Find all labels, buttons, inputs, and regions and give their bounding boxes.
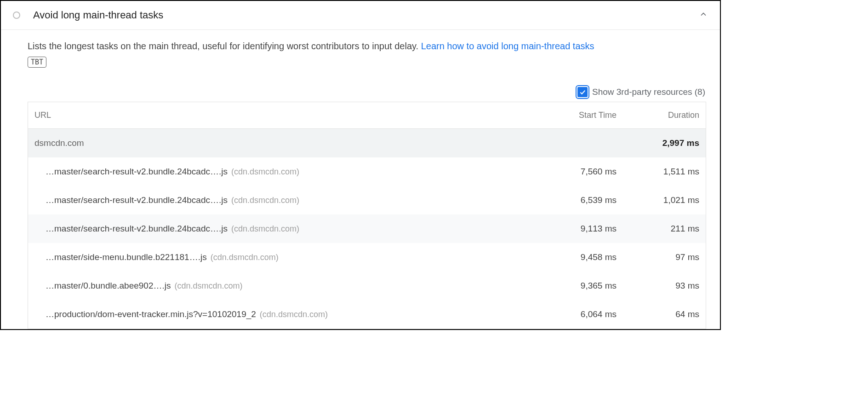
learn-more-link[interactable]: Learn how to avoid long main-thread task…	[421, 41, 594, 51]
row-domain: (cdn.dsmcdn.com)	[175, 281, 243, 290]
audit-description: Lists the longest tasks on the main thre…	[28, 39, 706, 53]
group-start	[534, 138, 617, 148]
row-duration: 97 ms	[617, 252, 699, 262]
status-circle-icon	[13, 12, 20, 19]
row-url: …master/side-menu.bundle.b221181….js(cdn…	[46, 252, 534, 262]
row-domain: (cdn.dsmcdn.com)	[231, 224, 299, 233]
third-party-toggle-label: Show 3rd-party resources (8)	[592, 87, 705, 97]
table-row[interactable]: …master/search-result-v2.bundle.24bcadc……	[28, 186, 706, 214]
row-start-time: 6,064 ms	[534, 309, 617, 319]
row-domain: (cdn.dsmcdn.com)	[231, 167, 299, 176]
table-row[interactable]: …master/search-result-v2.bundle.24bcadc……	[28, 214, 706, 243]
row-start-time: 9,113 ms	[534, 224, 617, 234]
row-url: …master/search-result-v2.bundle.24bcadc……	[46, 167, 534, 177]
third-party-toggle-row: Show 3rd-party resources (8)	[28, 87, 706, 97]
row-url: …master/0.bundle.abee902….js(cdn.dsmcdn.…	[46, 281, 534, 291]
row-domain: (cdn.dsmcdn.com)	[260, 310, 328, 319]
table-row[interactable]: …production/dom-event-tracker.min.js?v=1…	[28, 300, 706, 329]
row-duration: 1,511 ms	[617, 167, 699, 177]
row-url: …master/search-result-v2.bundle.24bcadc……	[46, 195, 534, 205]
column-header-duration: Duration	[617, 110, 699, 120]
group-domain: dsmcdn.com	[34, 138, 534, 148]
audit-header[interactable]: Avoid long main-thread tasks	[1, 1, 720, 30]
row-duration: 1,021 ms	[617, 195, 699, 205]
tasks-table: URL Start Time Duration dsmcdn.com 2,997…	[28, 102, 706, 329]
row-duration: 64 ms	[617, 309, 699, 319]
table-header: URL Start Time Duration	[28, 102, 706, 129]
audit-title: Avoid long main-thread tasks	[33, 9, 699, 21]
row-url: …production/dom-event-tracker.min.js?v=1…	[46, 309, 534, 319]
chevron-up-icon[interactable]	[699, 10, 708, 21]
third-party-checkbox[interactable]	[577, 87, 588, 97]
column-header-url: URL	[34, 110, 534, 120]
row-duration: 93 ms	[617, 281, 699, 291]
table-row[interactable]: …master/search-result-v2.bundle.24bcadc……	[28, 157, 706, 186]
table-row[interactable]: …master/0.bundle.abee902….js(cdn.dsmcdn.…	[28, 272, 706, 300]
row-path: …production/dom-event-tracker.min.js?v=1…	[46, 309, 256, 319]
row-path: …master/search-result-v2.bundle.24bcadc……	[46, 167, 228, 176]
row-domain: (cdn.dsmcdn.com)	[211, 253, 279, 262]
table-group-row[interactable]: dsmcdn.com 2,997 ms	[28, 129, 706, 157]
group-duration: 2,997 ms	[617, 138, 699, 148]
metric-badge: TBT	[28, 57, 46, 68]
row-domain: (cdn.dsmcdn.com)	[231, 196, 299, 205]
column-header-start: Start Time	[534, 110, 617, 120]
row-path: …master/search-result-v2.bundle.24bcadc……	[46, 224, 228, 233]
row-start-time: 7,560 ms	[534, 167, 617, 177]
row-start-time: 9,458 ms	[534, 252, 617, 262]
row-duration: 211 ms	[617, 224, 699, 234]
row-path: …master/search-result-v2.bundle.24bcadc……	[46, 195, 228, 205]
row-start-time: 9,365 ms	[534, 281, 617, 291]
row-url: …master/search-result-v2.bundle.24bcadc……	[46, 224, 534, 234]
audit-body: Lists the longest tasks on the main thre…	[1, 30, 720, 329]
audit-panel: Avoid long main-thread tasks Lists the l…	[0, 0, 721, 330]
table-row[interactable]: …master/side-menu.bundle.b221181….js(cdn…	[28, 243, 706, 272]
row-start-time: 6,539 ms	[534, 195, 617, 205]
row-path: …master/0.bundle.abee902….js	[46, 281, 171, 290]
description-text: Lists the longest tasks on the main thre…	[28, 41, 421, 51]
row-path: …master/side-menu.bundle.b221181….js	[46, 252, 207, 262]
